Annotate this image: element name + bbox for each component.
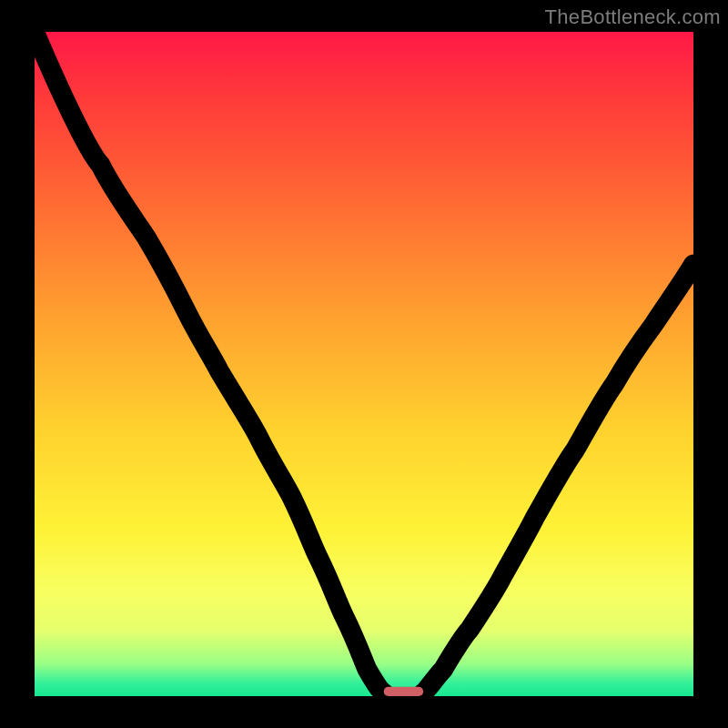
- watermark-text: TheBottleneck.com: [545, 5, 721, 29]
- optimal-range-marker: [384, 687, 423, 696]
- plot-area: [35, 32, 693, 696]
- bottleneck-curve-left: [35, 32, 384, 693]
- chart-frame: TheBottleneck.com: [0, 0, 728, 728]
- chart-svg: [35, 32, 693, 696]
- bottleneck-curve-right: [423, 265, 693, 693]
